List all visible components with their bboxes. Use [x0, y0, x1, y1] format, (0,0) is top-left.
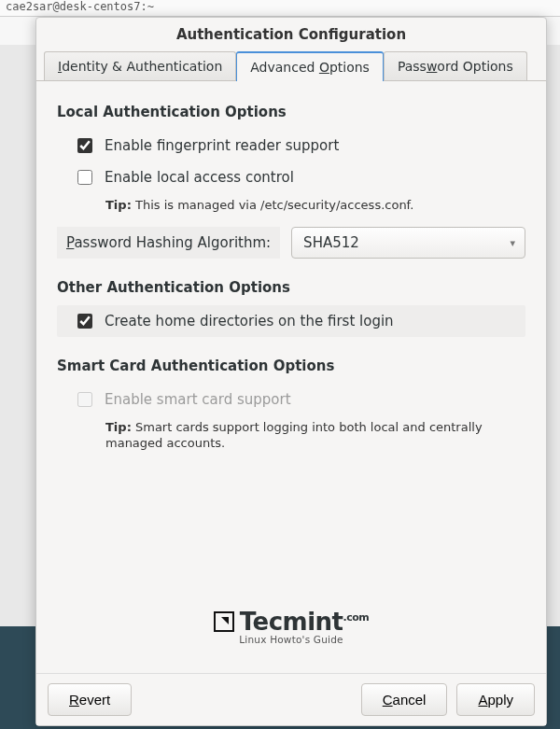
option-create-home-row[interactable]: Create home directories on the first log…: [57, 305, 525, 337]
section-smart-card-title: Smart Card Authentication Options: [57, 357, 525, 374]
watermark-logo: Tecmint.com Linux Howto's Guide: [36, 608, 546, 645]
tab-content: Local Authentication Options Enable fing…: [36, 80, 546, 673]
label-fingerprint: Enable fingerprint reader support: [105, 137, 339, 154]
label-smart-card: Enable smart card support: [105, 391, 291, 408]
checkbox-local-access[interactable]: [77, 170, 92, 185]
section-local-auth-title: Local Authentication Options: [57, 104, 525, 120]
logo-square-icon: [214, 611, 234, 632]
label-create-home: Create home directories on the first log…: [105, 313, 394, 329]
select-value: SHA512: [303, 234, 359, 251]
dialog-footer: Revert Cancel Apply: [36, 673, 546, 725]
select-password-hashing[interactable]: SHA512 ▾: [291, 227, 525, 259]
logo-main: Tecmint.com: [214, 608, 370, 636]
tab-advanced-options[interactable]: Advanced Options: [236, 51, 384, 81]
option-fingerprint-row[interactable]: Enable fingerprint reader support: [57, 130, 525, 161]
footer-spacer: [141, 683, 352, 716]
dialog-title: Authentication Configuration: [36, 18, 546, 50]
tip-smart-card: Tip: Smart cards support logging into bo…: [57, 419, 525, 452]
label-password-hashing: Password Hashing Algorithm:: [57, 227, 280, 259]
checkbox-smart-card: [77, 392, 92, 407]
chevron-down-icon: ▾: [510, 236, 515, 248]
checkbox-create-home[interactable]: [77, 314, 92, 329]
cancel-button[interactable]: Cancel: [361, 683, 448, 716]
tab-bar: Identity & Authentication Advanced Optio…: [36, 50, 546, 80]
auth-config-dialog: Authentication Configuration Identity & …: [35, 17, 547, 726]
background-terminal: cae2sar@desk-centos7:~: [0, 0, 560, 17]
section-other-auth-title: Other Authentication Options: [57, 279, 525, 296]
logo-tagline: Linux Howto's Guide: [36, 634, 546, 645]
row-password-hashing: Password Hashing Algorithm: SHA512 ▾: [57, 227, 525, 259]
revert-button[interactable]: Revert: [48, 683, 132, 716]
option-smart-card-row: Enable smart card support: [57, 384, 525, 415]
tab-password-options[interactable]: Password Options: [384, 51, 527, 81]
tab-identity-authentication[interactable]: Identity & Authentication: [44, 51, 236, 81]
tip-local-access: Tip: This is managed via /etc/security/a…: [57, 197, 525, 214]
option-local-access-row[interactable]: Enable local access control: [57, 161, 525, 193]
apply-button[interactable]: Apply: [456, 683, 535, 716]
checkbox-fingerprint[interactable]: [77, 138, 92, 153]
label-local-access: Enable local access control: [105, 169, 294, 186]
